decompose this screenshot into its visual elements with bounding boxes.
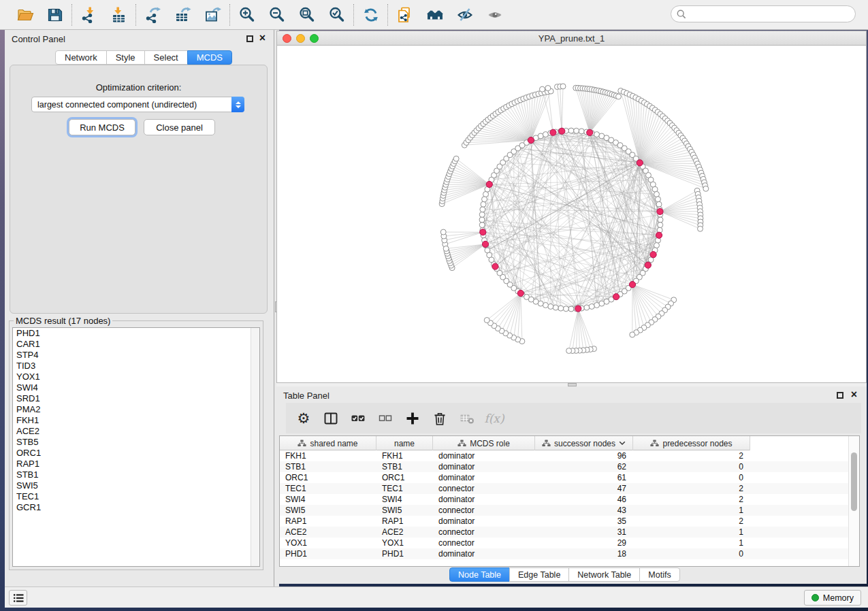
table-scrollbar[interactable]	[848, 436, 859, 566]
table-cell[interactable]: 61	[535, 472, 633, 483]
table-cell[interactable]: connector	[433, 483, 535, 494]
table-cell[interactable]: YOX1	[376, 538, 433, 548]
close-panel-icon[interactable]: ×	[851, 389, 857, 401]
zoom-selected-icon[interactable]	[327, 5, 346, 24]
export-network-icon[interactable]	[144, 5, 162, 24]
zoom-out-icon[interactable]	[268, 5, 286, 24]
zoom-in-icon[interactable]	[238, 5, 256, 24]
mcds-result-item[interactable]: PHD1	[13, 328, 259, 339]
float-panel-icon[interactable]	[837, 392, 843, 399]
table-cell[interactable]: STB1	[280, 461, 376, 472]
mcds-result-item[interactable]: RAP1	[13, 459, 259, 469]
table-cell[interactable]: dominator	[433, 450, 535, 461]
table-cell[interactable]: dominator	[433, 461, 535, 472]
refresh-icon[interactable]	[361, 5, 380, 24]
table-cell[interactable]: SWI5	[280, 505, 376, 516]
zoom-fit-icon[interactable]	[298, 5, 316, 24]
table-cell[interactable]: ORC1	[376, 472, 433, 483]
mcds-result-item[interactable]: TEC1	[13, 491, 259, 502]
table-cell[interactable]: dominator	[433, 516, 535, 527]
column-header-mcds-role[interactable]: MCDS role	[433, 436, 535, 450]
criterion-select[interactable]: largest connected component (undirected)	[31, 97, 244, 112]
table-cell[interactable]: dominator	[433, 472, 535, 483]
table-row[interactable]: SWI5SWI5connector431	[280, 505, 848, 516]
mcds-result-item[interactable]: TID3	[13, 361, 259, 371]
table-cell[interactable]: dominator	[433, 494, 535, 505]
deselect-all-icon[interactable]	[377, 410, 393, 427]
table-cell[interactable]: SWI4	[376, 494, 433, 505]
table-cell[interactable]: 96	[535, 450, 633, 461]
table-cell[interactable]: 43	[535, 505, 633, 516]
table-cell[interactable]: connector	[433, 527, 535, 538]
table-cell[interactable]: ORC1	[280, 472, 376, 483]
table-row[interactable]: YOX1YOX1connector291	[280, 538, 848, 548]
column-header-predecessor-nodes[interactable]: predecessor nodes	[633, 436, 750, 450]
import-network-icon[interactable]	[80, 5, 98, 24]
table-cell[interactable]: 62	[535, 461, 633, 472]
search-input[interactable]	[687, 7, 855, 21]
table-cell[interactable]: 2	[633, 483, 750, 494]
table-cell[interactable]: TEC1	[376, 483, 433, 494]
column-header-name[interactable]: name	[376, 436, 433, 450]
table-cell[interactable]: FKH1	[280, 450, 376, 461]
memory-button[interactable]: Memory	[804, 590, 861, 606]
mcds-result-item[interactable]: SWI4	[13, 382, 259, 393]
tab-mcds[interactable]: MCDS	[187, 50, 232, 65]
show-columns-icon[interactable]	[323, 410, 339, 427]
table-cell[interactable]: 47	[535, 483, 633, 494]
clone-network-icon[interactable]	[396, 5, 414, 24]
table-cell[interactable]: PHD1	[376, 548, 433, 559]
tab-network-table[interactable]: Network Table	[568, 567, 640, 582]
tab-motifs[interactable]: Motifs	[639, 567, 679, 582]
table-row[interactable]: ORC1ORC1dominator610	[280, 472, 848, 483]
mcds-result-item[interactable]: CAR1	[13, 339, 259, 350]
export-table-icon[interactable]	[174, 5, 192, 24]
table-row[interactable]: FKH1FKH1dominator962	[280, 450, 848, 461]
table-cell[interactable]: 2	[633, 450, 750, 461]
mcds-result-item[interactable]: SRD1	[13, 393, 259, 404]
console-list-button[interactable]	[9, 590, 27, 606]
tab-edge-table[interactable]: Edge Table	[509, 567, 569, 582]
table-cell[interactable]: STB1	[376, 461, 433, 472]
eye-slash-icon[interactable]	[455, 5, 474, 24]
tab-select[interactable]: Select	[144, 50, 188, 65]
table-cell[interactable]: SWI5	[376, 505, 433, 516]
mcds-result-item[interactable]: STP4	[13, 350, 259, 361]
table-cell[interactable]: connector	[433, 538, 535, 548]
mcds-list-scrollbar[interactable]	[251, 328, 259, 566]
houses-icon[interactable]	[425, 5, 444, 24]
column-header-shared-name[interactable]: shared name	[280, 436, 376, 450]
table-cell[interactable]: 35	[535, 516, 633, 527]
table-cell[interactable]: 1	[633, 538, 750, 548]
mcds-result-item[interactable]: SWI5	[13, 480, 259, 491]
table-cell[interactable]: PHD1	[280, 548, 376, 559]
table-cell[interactable]: 31	[535, 527, 633, 538]
run-mcds-button[interactable]: Run MCDS	[69, 119, 135, 135]
table-cell[interactable]: RAP1	[280, 516, 376, 527]
table-row[interactable]: SWI4SWI4dominator462	[280, 494, 848, 505]
table-cell[interactable]: dominator	[433, 548, 535, 559]
table-cell[interactable]: 0	[633, 548, 750, 559]
table-cell[interactable]: 46	[535, 494, 633, 505]
search-box[interactable]	[671, 5, 856, 22]
close-panel-icon[interactable]: ×	[259, 32, 266, 44]
network-canvas[interactable]	[277, 46, 866, 382]
table-cell[interactable]: RAP1	[376, 516, 433, 527]
table-cell[interactable]: 1	[633, 505, 750, 516]
table-cell[interactable]: 0	[633, 472, 750, 483]
mcds-result-item[interactable]: ORC1	[13, 448, 259, 459]
mcds-result-item[interactable]: ACE2	[13, 426, 259, 437]
table-cell[interactable]: 1	[633, 527, 750, 538]
mcds-result-item[interactable]: STB1	[13, 469, 259, 480]
select-all-icon[interactable]	[350, 410, 366, 427]
mcds-result-item[interactable]: STB5	[13, 437, 259, 448]
table-cell[interactable]: FKH1	[376, 450, 433, 461]
add-column-icon[interactable]	[404, 410, 421, 427]
mcds-result-item[interactable]: PMA2	[13, 404, 259, 415]
table-cell[interactable]: SWI4	[280, 494, 376, 505]
table-cell[interactable]: ACE2	[280, 527, 376, 538]
table-cell[interactable]: 2	[633, 516, 750, 527]
open-session-icon[interactable]	[16, 5, 34, 24]
table-cell[interactable]: YOX1	[280, 538, 376, 548]
mcds-result-item[interactable]: YOX1	[13, 371, 259, 382]
